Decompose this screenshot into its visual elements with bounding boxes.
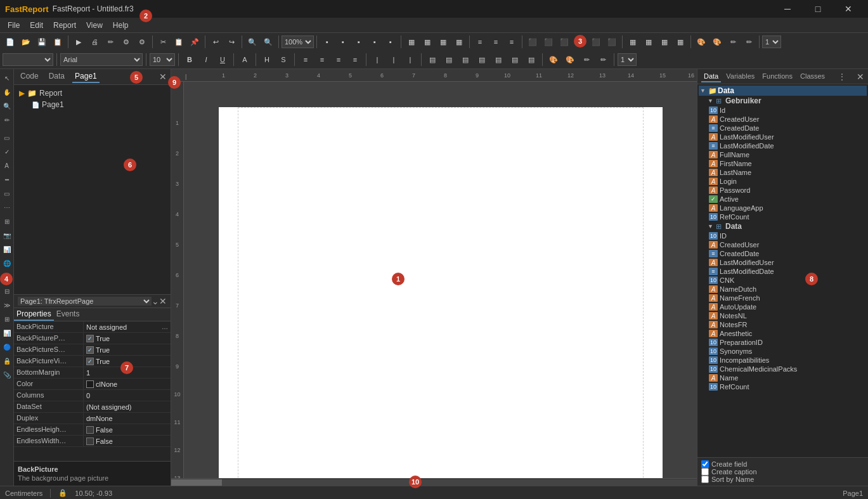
prop-value-duplex[interactable]: dmNone: [84, 413, 171, 424]
create-caption-checkbox[interactable]: [701, 468, 709, 476]
tb-btn-f[interactable]: ▦: [404, 35, 419, 49]
prop-value-backpictures[interactable]: ✓ True: [84, 344, 171, 355]
btn5[interactable]: ⚙: [134, 35, 150, 49]
prop-value-backpicture[interactable]: Not assigned …: [84, 321, 171, 332]
tool-7[interactable]: ⊞: [1, 215, 13, 228]
text-color-button[interactable]: A: [237, 53, 252, 67]
close-button[interactable]: ✕: [834, 0, 863, 18]
select-tool[interactable]: ↖: [1, 72, 13, 84]
spacing-btn10[interactable]: ▤: [524, 53, 539, 67]
menu-file[interactable]: File: [3, 20, 25, 31]
data-createddate[interactable]: ≡ CreatedDate: [699, 249, 867, 258]
data-preparationid[interactable]: 10 PreparationID: [699, 338, 867, 347]
horizontal-scrollbar-area[interactable]: [171, 478, 697, 486]
align-center-button[interactable]: ≡: [314, 53, 330, 67]
tb-btn-x[interactable]: 🎨: [709, 35, 725, 49]
sort-by-name-checkbox[interactable]: [701, 476, 709, 483]
align-right-button[interactable]: ≡: [331, 53, 346, 67]
tb-btn-m[interactable]: ⬛: [525, 35, 540, 49]
spacing-btn2[interactable]: |: [386, 53, 401, 67]
right-tab-functions[interactable]: Functions: [760, 71, 795, 82]
prop-value-endlessheight[interactable]: False: [84, 424, 171, 435]
spacing-btn3[interactable]: |: [403, 53, 418, 67]
tool-3[interactable]: A: [1, 159, 13, 172]
data-lastmodifieddate[interactable]: ≡ LastModifiedDate: [699, 267, 867, 276]
spacing-btn5[interactable]: ▤: [441, 53, 457, 67]
tb-btn-a[interactable]: ▪: [320, 35, 335, 49]
menu-report[interactable]: Report: [48, 20, 81, 31]
spacing-btn9[interactable]: ▤: [507, 53, 522, 67]
align-left-button[interactable]: ≡: [298, 53, 313, 67]
tool-13[interactable]: ⊞: [1, 313, 13, 325]
gebruiker-lastmodifieduser[interactable]: A LastModifiedUser: [699, 133, 867, 141]
canvas-content[interactable]: [184, 82, 697, 478]
zoom-tool[interactable]: 🔍: [1, 100, 13, 112]
prop-value-backpicturevi[interactable]: ✓ True: [84, 356, 171, 366]
pencil-tool[interactable]: ✏: [1, 113, 13, 126]
data-notesnl[interactable]: A NotesNL: [699, 311, 867, 320]
preview-button[interactable]: ▶: [71, 35, 86, 49]
tool-expand[interactable]: ≫: [1, 299, 13, 311]
sidebar-tab-page1[interactable]: Page1: [72, 70, 100, 83]
font-size-dropdown[interactable]: 10: [150, 53, 175, 66]
endlessheight-checkbox[interactable]: [86, 426, 94, 434]
horizontal-scrollbar[interactable]: [171, 479, 697, 486]
zoom-btn2[interactable]: 🔍: [261, 35, 276, 49]
sidebar-tab-data[interactable]: Data: [46, 70, 67, 83]
pen-btn1[interactable]: ✏: [579, 53, 594, 67]
tool-6[interactable]: ⋯: [1, 201, 13, 214]
tb-btn-i[interactable]: ▦: [451, 35, 467, 49]
gebruiker-password[interactable]: A Password: [699, 186, 867, 195]
save-as-button[interactable]: 📋: [50, 35, 65, 49]
backpicture-btn[interactable]: …: [162, 323, 168, 330]
prop-value-color[interactable]: clNone: [84, 379, 171, 389]
tb-btn-l[interactable]: ≡: [504, 35, 519, 49]
print-button[interactable]: 🖨: [87, 35, 102, 49]
gebruiker-active[interactable]: ✓ Active: [699, 195, 867, 204]
tb-btn-e[interactable]: ▪: [383, 35, 398, 49]
cut-button[interactable]: ✂: [155, 35, 171, 49]
tool-1[interactable]: ▭: [1, 131, 13, 144]
gebruiker-firstname[interactable]: A FirstName: [699, 159, 867, 168]
fill-btn1[interactable]: 🎨: [546, 53, 561, 67]
gebruiker-login[interactable]: A Login: [699, 177, 867, 186]
tool-17[interactable]: 📎: [1, 368, 13, 381]
props-page-select[interactable]: Page1: TfrxReportPage: [18, 297, 152, 306]
create-field-item[interactable]: Create field: [701, 460, 864, 468]
data-id[interactable]: 10 ID: [699, 231, 867, 240]
backpicturevi-checkbox[interactable]: ✓: [86, 358, 94, 365]
prop-value-dataset[interactable]: (Not assigned): [84, 401, 171, 412]
tb-btn-t[interactable]: ▦: [641, 35, 656, 49]
tb-btn-w[interactable]: 🎨: [694, 35, 709, 49]
tool-8[interactable]: 📷: [1, 229, 13, 242]
sidebar-tab-code[interactable]: Code: [18, 70, 41, 83]
data-autoupdate[interactable]: A AutoUpdate: [699, 302, 867, 311]
spacing-btn4[interactable]: ▤: [425, 53, 440, 67]
tool-15[interactable]: 🔵: [1, 340, 13, 353]
tb-btn-g[interactable]: ▦: [420, 35, 435, 49]
data-group-gebruiker-row[interactable]: ▼ ⊞ Gebruiker: [699, 96, 867, 106]
tool-10[interactable]: 🌐: [1, 257, 13, 269]
tb-btn-v[interactable]: ▦: [673, 35, 688, 49]
tool-5[interactable]: ▭: [1, 187, 13, 200]
tool-12[interactable]: ⊟: [1, 285, 13, 297]
tb-btn-n[interactable]: ⬛: [541, 35, 556, 49]
tool-4[interactable]: ━: [1, 173, 13, 186]
tb-btn-j[interactable]: ≡: [472, 35, 488, 49]
spacing-btn6[interactable]: ▤: [458, 53, 473, 67]
data-chemicalmedicinalpacks[interactable]: 10 ChemicalMedicinalPacks: [699, 365, 867, 373]
data-cnk[interactable]: 10 CNK: [699, 276, 867, 285]
gebruiker-fullname[interactable]: A FullName: [699, 150, 867, 159]
backpicturep-checkbox[interactable]: ✓: [86, 335, 94, 342]
tb-btn-r[interactable]: ⬛: [604, 35, 619, 49]
sidebar-close-button[interactable]: ✕: [159, 72, 167, 82]
tb-btn-k[interactable]: ≡: [488, 35, 503, 49]
props-close-button[interactable]: ✕: [159, 296, 167, 306]
gebruiker-languageapp[interactable]: A LanguageApp: [699, 204, 867, 212]
prop-value-bottommargin[interactable]: 1: [84, 367, 171, 378]
tb-btn-d[interactable]: ▪: [367, 35, 382, 49]
spacing-btn1[interactable]: |: [370, 53, 385, 67]
gebruiker-refcount[interactable]: 10 RefCount: [699, 212, 867, 221]
endlesswidth-checkbox[interactable]: [86, 437, 94, 445]
redo-button[interactable]: ↪: [224, 35, 239, 49]
